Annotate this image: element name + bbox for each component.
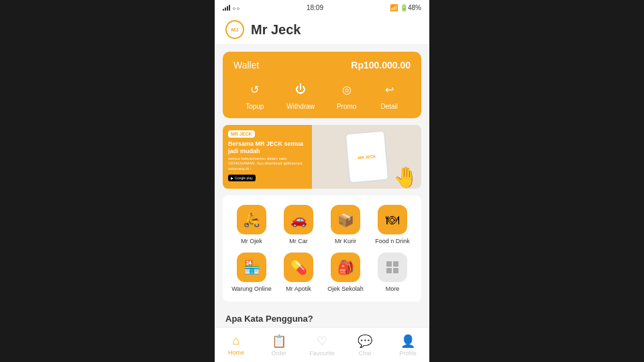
wallet-detail[interactable]: ↩ Detail	[378, 79, 400, 110]
favourite-icon: ♡	[317, 334, 327, 349]
app-header: MJ Mr Jeck	[215, 15, 429, 45]
banner-right: MR JECK 🤚	[312, 125, 421, 189]
app-logo: MJ	[225, 20, 244, 39]
withdraw-label: Withdraw	[286, 103, 315, 110]
wifi-icon: 📶	[390, 4, 398, 11]
banner-title: Bersama MR JECK semua jadi mudah	[228, 140, 307, 155]
home-icon: ⌂	[233, 334, 240, 348]
topup-icon: ↺	[244, 79, 266, 100]
wallet-amount: Rp100.000.00	[351, 60, 411, 71]
services-grid: 🛵 Mr Ojek 🚗 Mr Car 📦 Mr Kurir 🍽 Food n D…	[223, 195, 421, 302]
mr-car-icon: 🚗	[284, 205, 313, 234]
mr-kurir-icon: 📦	[331, 205, 360, 234]
wallet-top: Wallet Rp100.000.00	[233, 60, 411, 71]
service-mr-car[interactable]: 🚗 Mr Car	[278, 205, 319, 244]
banner-left: MR JECK Bersama MR JECK semua jadi mudah…	[223, 125, 312, 189]
mr-car-label: Mr Car	[289, 238, 308, 244]
more-label: More	[386, 285, 400, 292]
topup-label: Topup	[246, 103, 264, 110]
wallet-actions: ↺ Topup ⏻ Withdraw ◎ Promo ↩ Detail	[233, 79, 411, 110]
ojek-sekolah-icon: 🎒	[331, 253, 360, 282]
service-mr-apotik[interactable]: 💊 Mr Apotik	[278, 253, 319, 292]
service-ojek-sekolah[interactable]: 🎒 Ojek Sekolah	[325, 253, 366, 292]
detail-label: Detail	[380, 103, 398, 110]
service-food-drink[interactable]: 🍽 Food n Drink	[372, 205, 413, 244]
mr-ojek-label: Mr Ojek	[241, 238, 262, 244]
status-right: 📶 🔋48%	[390, 4, 421, 11]
bottom-navigation: ⌂ Home 📋 Order ♡ Favourite 💬 Chat 👤 Prof…	[215, 327, 429, 362]
services-row-1: 🛵 Mr Ojek 🚗 Mr Car 📦 Mr Kurir 🍽 Food n D…	[228, 205, 416, 244]
wallet-promo[interactable]: ◎ Promo	[336, 79, 358, 110]
service-warung-online[interactable]: 🏪 Warung Online	[231, 253, 272, 292]
google-play-button[interactable]: ▶ Google play	[228, 175, 256, 181]
chat-label: Chat	[358, 350, 371, 357]
network-type: ⬦⬦	[232, 4, 240, 11]
profile-label: Profile	[399, 350, 417, 357]
service-mr-ojek[interactable]: 🛵 Mr Ojek	[231, 205, 272, 244]
status-bar: ⬦⬦ 18:09 📶 🔋48%	[215, 0, 429, 15]
service-mr-kurir[interactable]: 📦 Mr Kurir	[325, 205, 366, 244]
order-icon: 📋	[272, 334, 286, 349]
mr-apotik-icon: 💊	[284, 253, 313, 282]
svg-rect-2	[386, 268, 392, 273]
mr-ojek-icon: 🛵	[237, 205, 266, 234]
phone-screen: ⬦⬦ 18:09 📶 🔋48% MJ Mr Jeck Wallet Rp100.…	[215, 0, 429, 362]
more-icon	[378, 253, 407, 282]
food-drink-icon: 🍽	[378, 205, 407, 234]
warung-online-label: Warung Online	[231, 285, 272, 292]
nav-order[interactable]: 📋 Order	[258, 334, 301, 357]
banner-logo: MR JECK	[228, 130, 255, 138]
chat-icon: 💬	[358, 334, 372, 349]
home-label: Home	[228, 349, 244, 356]
google-play-label: Google play	[235, 176, 253, 180]
main-content: Wallet Rp100.000.00 ↺ Topup ⏻ Withdraw ◎…	[215, 45, 429, 327]
banner-hand: 🤚	[393, 165, 418, 189]
status-time: 18:09	[307, 4, 323, 11]
banner-subtitle: semua kebutuhanmu dalam satu GENGGAMAN. …	[228, 156, 307, 172]
services-row-2: 🏪 Warung Online 💊 Mr Apotik 🎒 Ojek Sekol…	[228, 253, 416, 292]
mr-apotik-label: Mr Apotik	[286, 285, 311, 292]
section-title: Apa Kata Pengguna?	[215, 308, 429, 326]
service-more[interactable]: More	[372, 253, 413, 292]
nav-home[interactable]: ⌂ Home	[215, 334, 258, 356]
svg-rect-3	[393, 268, 398, 273]
warung-online-icon: 🏪	[237, 253, 266, 282]
profile-icon: 👤	[400, 334, 415, 349]
promo-banner[interactable]: MR JECK Bersama MR JECK semua jadi mudah…	[223, 125, 421, 189]
wallet-withdraw[interactable]: ⏻ Withdraw	[286, 79, 315, 110]
app-title: Mr Jeck	[251, 22, 301, 38]
wallet-card: Wallet Rp100.000.00 ↺ Topup ⏻ Withdraw ◎…	[223, 52, 421, 118]
nav-favourite[interactable]: ♡ Favourite	[301, 334, 343, 357]
signal-bars	[223, 4, 230, 11]
banner-phone-visual: MR JECK	[344, 130, 388, 184]
ojek-sekolah-label: Ojek Sekolah	[327, 285, 364, 292]
svg-rect-0	[386, 261, 392, 267]
google-play-icon: ▶	[231, 176, 233, 180]
favourite-label: Favourite	[309, 350, 335, 357]
order-label: Order	[271, 350, 286, 357]
withdraw-icon: ⏻	[290, 79, 311, 100]
nav-chat[interactable]: 💬 Chat	[343, 334, 386, 357]
detail-icon: ↩	[378, 79, 400, 100]
food-drink-label: Food n Drink	[375, 238, 410, 244]
battery-icon: 🔋48%	[400, 4, 421, 11]
svg-rect-1	[393, 261, 398, 267]
status-left: ⬦⬦	[223, 4, 240, 11]
promo-icon: ◎	[336, 79, 358, 100]
wallet-topup[interactable]: ↺ Topup	[244, 79, 266, 110]
mr-kurir-label: Mr Kurir	[335, 238, 356, 244]
nav-profile[interactable]: 👤 Profile	[386, 334, 429, 357]
promo-label: Promo	[337, 103, 356, 110]
wallet-label: Wallet	[233, 60, 259, 71]
